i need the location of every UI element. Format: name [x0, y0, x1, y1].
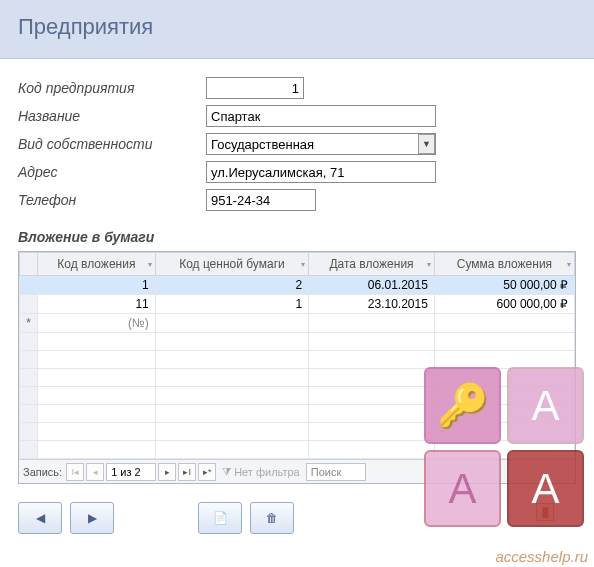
- row-selector-header[interactable]: [20, 253, 38, 276]
- subform-title: Вложение в бумаги: [0, 225, 594, 251]
- investments-table[interactable]: Код вложения▾ Код ценной бумаги▾ Дата вл…: [19, 252, 575, 459]
- filter-indicator[interactable]: ⧩Нет фильтра: [222, 465, 300, 478]
- row-selector[interactable]: [20, 276, 38, 295]
- table-row[interactable]: 11 1 23.10.2015 600 000,00 ₽: [20, 295, 575, 314]
- next-record-button[interactable]: ▶: [70, 502, 114, 534]
- input-address[interactable]: [206, 161, 436, 183]
- triangle-right-icon: ▶: [88, 511, 97, 525]
- dropdown-button[interactable]: ▼: [418, 134, 435, 154]
- nav-prev-button[interactable]: ◂: [86, 463, 104, 481]
- input-ownership-type[interactable]: [206, 133, 436, 155]
- cell-sum[interactable]: 50 000,00 ₽: [434, 276, 574, 295]
- col-date[interactable]: Дата вложения▾: [309, 253, 435, 276]
- input-company-name[interactable]: [206, 105, 436, 127]
- subform-investments: Код вложения▾ Код ценной бумаги▾ Дата вл…: [18, 251, 576, 484]
- nav-counter[interactable]: 1 из 2: [106, 463, 156, 481]
- form-fields: Код предприятия Название Вид собственнос…: [0, 59, 594, 225]
- nav-next-button[interactable]: ▸: [158, 463, 176, 481]
- new-record-icon: 📄: [213, 511, 228, 525]
- triangle-left-icon: ◀: [36, 511, 45, 525]
- nav-first-button[interactable]: I◂: [66, 463, 84, 481]
- cell-date[interactable]: 23.10.2015: [309, 295, 435, 314]
- form-nav-buttons: ◀ ▶ 📄 🗑: [0, 484, 594, 534]
- search-input[interactable]: Поиск: [306, 463, 366, 481]
- delete-record-icon: 🗑: [266, 511, 278, 525]
- watermark-text: accesshelp.ru: [495, 548, 588, 565]
- prev-record-button[interactable]: ◀: [18, 502, 62, 534]
- input-phone[interactable]: [206, 189, 316, 211]
- row-selector[interactable]: [20, 295, 38, 314]
- cell-date[interactable]: 06.01.2015: [309, 276, 435, 295]
- label-id: Код предприятия: [18, 80, 206, 96]
- cell-id[interactable]: 1: [38, 276, 156, 295]
- label-type: Вид собственности: [18, 136, 206, 152]
- label-address: Адрес: [18, 164, 206, 180]
- input-company-id[interactable]: [206, 77, 304, 99]
- new-row-marker: *: [20, 314, 38, 333]
- cell-sec[interactable]: 1: [155, 295, 308, 314]
- col-investment-id[interactable]: Код вложения▾: [38, 253, 156, 276]
- new-record-button[interactable]: 📄: [198, 502, 242, 534]
- col-sum[interactable]: Сумма вложения▾: [434, 253, 574, 276]
- cell-new-id[interactable]: (№): [38, 314, 156, 333]
- nav-last-button[interactable]: ▸I: [178, 463, 196, 481]
- filter-icon: ⧩: [222, 465, 231, 478]
- table-row-new[interactable]: * (№): [20, 314, 575, 333]
- label-name: Название: [18, 108, 206, 124]
- nav-new-button[interactable]: ▸*: [198, 463, 216, 481]
- cell-id[interactable]: 11: [38, 295, 156, 314]
- form-header: Предприятия: [0, 0, 594, 59]
- cell-sum[interactable]: 600 000,00 ₽: [434, 295, 574, 314]
- close-form-icon[interactable]: 🚪: [536, 503, 554, 521]
- nav-label: Запись:: [23, 466, 62, 478]
- page-title: Предприятия: [18, 14, 576, 40]
- table-row[interactable]: 1 2 06.01.2015 50 000,00 ₽: [20, 276, 575, 295]
- cell-sec[interactable]: 2: [155, 276, 308, 295]
- delete-record-button[interactable]: 🗑: [250, 502, 294, 534]
- record-navigator: Запись: I◂ ◂ 1 из 2 ▸ ▸I ▸* ⧩Нет фильтра…: [19, 459, 575, 483]
- col-security-id[interactable]: Код ценной бумаги▾: [155, 253, 308, 276]
- label-phone: Телефон: [18, 192, 206, 208]
